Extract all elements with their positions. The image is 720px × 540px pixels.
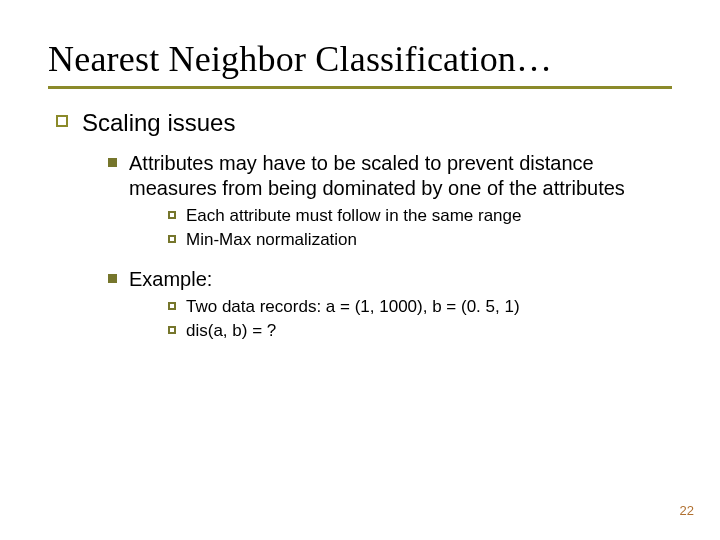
page-number: 22 — [680, 503, 694, 518]
hollow-small-square-bullet-icon — [168, 302, 176, 310]
bullet-level3: Min-Max normalization — [168, 229, 672, 251]
bullet-level2: Attributes may have to be scaled to prev… — [108, 151, 672, 201]
spacer — [48, 253, 672, 267]
bullet-level3: Two data records: a = (1, 1000), b = (0.… — [168, 296, 672, 318]
hollow-small-square-bullet-icon — [168, 326, 176, 334]
bullet-level3: Each attribute must follow in the same r… — [168, 205, 672, 227]
title-underline — [48, 86, 672, 89]
bullet-level1: Scaling issues — [56, 109, 672, 137]
bullet-level3: dis(a, b) = ? — [168, 320, 672, 342]
slide-title: Nearest Neighbor Classification… — [48, 38, 672, 80]
bullet-level2: Example: — [108, 267, 672, 292]
hollow-small-square-bullet-icon — [168, 211, 176, 219]
filled-square-bullet-icon — [108, 158, 117, 167]
level3-text: Two data records: a = (1, 1000), b = (0.… — [186, 296, 520, 318]
level1-text: Scaling issues — [82, 109, 235, 137]
level2-text: Example: — [129, 267, 212, 292]
filled-square-bullet-icon — [108, 274, 117, 283]
hollow-small-square-bullet-icon — [168, 235, 176, 243]
level2-text: Attributes may have to be scaled to prev… — [129, 151, 669, 201]
level3-text: Each attribute must follow in the same r… — [186, 205, 521, 227]
level3-text: Min-Max normalization — [186, 229, 357, 251]
slide: Nearest Neighbor Classification… Scaling… — [0, 0, 720, 540]
level3-text: dis(a, b) = ? — [186, 320, 276, 342]
hollow-square-bullet-icon — [56, 115, 68, 127]
